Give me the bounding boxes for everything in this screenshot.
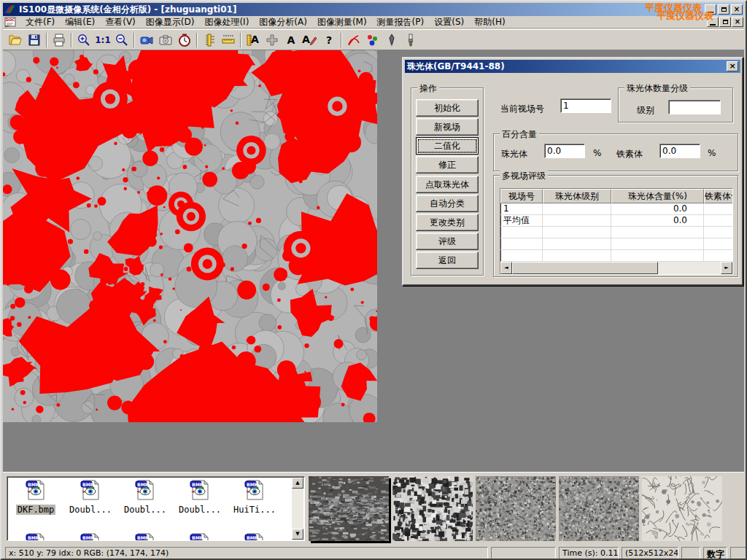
- child-restore-button[interactable]: [719, 17, 731, 27]
- op-button-5[interactable]: 点取珠光体: [416, 176, 479, 193]
- restore-icon: [723, 20, 728, 24]
- scroll-left-button[interactable]: ◄: [500, 262, 512, 274]
- file-item-Doubl...[interactable]: BMPDoubl...: [174, 478, 226, 516]
- op-button-4[interactable]: 修正: [416, 156, 479, 174]
- scroll-up-button[interactable]: ▲: [292, 478, 303, 489]
- restore-button[interactable]: [718, 4, 729, 15]
- document-icon[interactable]: DOC: [4, 17, 18, 28]
- table-cell: [543, 203, 611, 215]
- table-cell: 平均值: [500, 215, 543, 227]
- classify-particles-icon[interactable]: [363, 31, 382, 49]
- save-icon[interactable]: [25, 31, 44, 49]
- file-item-row2-5[interactable]: BMP: [228, 532, 281, 541]
- actual-size-icon[interactable]: 1:1: [93, 31, 112, 49]
- zoom-out-icon[interactable]: [112, 31, 131, 49]
- svg-text:BMP: BMP: [137, 482, 149, 487]
- menu-item-7[interactable]: 图像测量(M): [312, 15, 372, 29]
- help-icon[interactable]: ?: [320, 31, 338, 49]
- brush-icon[interactable]: [401, 31, 420, 49]
- op-button-3[interactable]: 二值化: [416, 137, 479, 155]
- child-minimize-button[interactable]: [707, 17, 719, 27]
- thumbnail-1[interactable]: [309, 476, 389, 541]
- scroll-down-button[interactable]: ▼: [292, 529, 303, 540]
- current-field-input[interactable]: [560, 98, 611, 113]
- menu-item-2[interactable]: 编辑(E): [60, 15, 100, 29]
- open-file-icon[interactable]: [6, 31, 25, 49]
- toolbar-separator: [71, 33, 72, 47]
- time-status: Time (s): 0.113: [559, 547, 619, 559]
- pearlite-percent-input[interactable]: [544, 144, 585, 158]
- table-row-4: [500, 238, 732, 250]
- text-icon[interactable]: A: [282, 31, 301, 49]
- ferrite-percent-input[interactable]: [659, 144, 700, 158]
- file-item-Doubl...[interactable]: BMPDoubl...: [119, 478, 171, 516]
- scroll-right-button[interactable]: ►: [721, 262, 732, 274]
- thumbnail-4[interactable]: [559, 476, 639, 541]
- camera-capture-icon[interactable]: [156, 31, 175, 49]
- table-cell: [704, 203, 733, 215]
- child-close-button[interactable]: ×: [732, 17, 743, 27]
- timer-icon[interactable]: [175, 31, 194, 49]
- print-icon[interactable]: [50, 31, 69, 49]
- video-camera-icon[interactable]: [137, 31, 156, 49]
- table-cell: 0.0: [611, 203, 704, 215]
- micrograph-image[interactable]: [3, 50, 377, 422]
- thumbnail-5[interactable]: [642, 476, 722, 541]
- op-button-1[interactable]: 初始化: [416, 99, 479, 117]
- menu-item-10[interactable]: 帮助(H): [469, 15, 510, 29]
- op-button-9[interactable]: 返回: [416, 252, 479, 269]
- image-dimensions-status: (512x512x24): [622, 547, 678, 559]
- table-row-2[interactable]: 平均值0.0: [500, 215, 732, 227]
- caliper-icon[interactable]: [200, 31, 219, 49]
- toolbar-separator: [46, 33, 47, 47]
- empty-status-panel: [730, 547, 747, 559]
- measure-text-icon[interactable]: A: [244, 31, 263, 49]
- pen-icon[interactable]: [382, 31, 401, 49]
- cursor-position-status: x: 510 y: 79 idx: 0 RGB: (174, 174, 174): [5, 547, 488, 559]
- dialog-close-button[interactable]: ×: [727, 61, 738, 71]
- grid-icon[interactable]: [263, 31, 282, 49]
- file-item-DKF.bmp[interactable]: BMPDKF.bmp: [9, 478, 62, 516]
- file-item-row2-2[interactable]: BMP: [64, 532, 117, 541]
- menu-item-3[interactable]: 查看(V): [100, 15, 141, 29]
- op-button-2[interactable]: 新视场: [416, 118, 479, 136]
- file-item-Doubl...[interactable]: BMPDoubl...: [64, 478, 117, 516]
- grading-group: 珠光体数量分级 级别: [618, 88, 733, 122]
- dialog-title-bar[interactable]: 珠光体(GB/T9441-88) ×: [405, 60, 740, 73]
- thumbnail-3[interactable]: [476, 476, 556, 541]
- scrollbar-thumb[interactable]: [512, 262, 658, 274]
- file-item-row2-4[interactable]: BMP: [174, 532, 226, 541]
- table-cell: [704, 238, 733, 250]
- op-button-8[interactable]: 评级: [416, 233, 479, 250]
- file-browser: BMPDKF.bmpBMPDoubl...BMPDoubl...BMPDoubl…: [7, 476, 305, 541]
- empty-status-panel: [681, 547, 700, 559]
- thumbnail-2[interactable]: [392, 476, 473, 541]
- op-button-7[interactable]: 更改类别: [416, 214, 479, 231]
- table-hscrollbar[interactable]: ◄ ►: [500, 262, 732, 274]
- table-row-1[interactable]: 10.0: [500, 203, 732, 215]
- file-item-row2-3[interactable]: BMP: [119, 532, 171, 541]
- right-arrow-icon: ►: [724, 265, 728, 271]
- zoom-in-icon[interactable]: [74, 31, 93, 49]
- grading-group-label: 珠光体数量分级: [624, 82, 690, 95]
- file-item-row2-1[interactable]: BMP: [9, 532, 62, 541]
- table-cell: [543, 238, 611, 250]
- annotate-icon[interactable]: A: [301, 31, 320, 49]
- curve-tool-icon[interactable]: [344, 31, 363, 49]
- file-scrollbar[interactable]: ▲ ▼: [292, 478, 303, 540]
- ruler-icon[interactable]: [219, 31, 238, 49]
- menu-item-8[interactable]: 测量报告(P): [372, 15, 430, 29]
- close-button[interactable]: ×: [731, 4, 743, 15]
- menu-item-4[interactable]: 图像显示(D): [141, 15, 200, 29]
- grade-input[interactable]: [668, 100, 721, 114]
- file-item-HuiTi...[interactable]: BMPHuiTi...: [228, 478, 281, 516]
- menu-item-9[interactable]: 设置(S): [429, 15, 469, 29]
- window-title: IS100显微摄像系统(金相分析版) - [zhuguangti01]: [19, 4, 236, 16]
- svg-text:BMP: BMP: [192, 535, 204, 540]
- menu-item-5[interactable]: 图像处理(I): [199, 15, 254, 29]
- op-button-6[interactable]: 自动分类: [416, 195, 479, 212]
- menu-item-1[interactable]: 文件(F): [20, 15, 60, 29]
- title-bar[interactable]: IS100显微摄像系统(金相分析版) - [zhuguangti01] ×: [3, 3, 744, 16]
- menu-item-6[interactable]: 图像分析(A): [254, 15, 312, 29]
- minimize-button[interactable]: [705, 4, 716, 15]
